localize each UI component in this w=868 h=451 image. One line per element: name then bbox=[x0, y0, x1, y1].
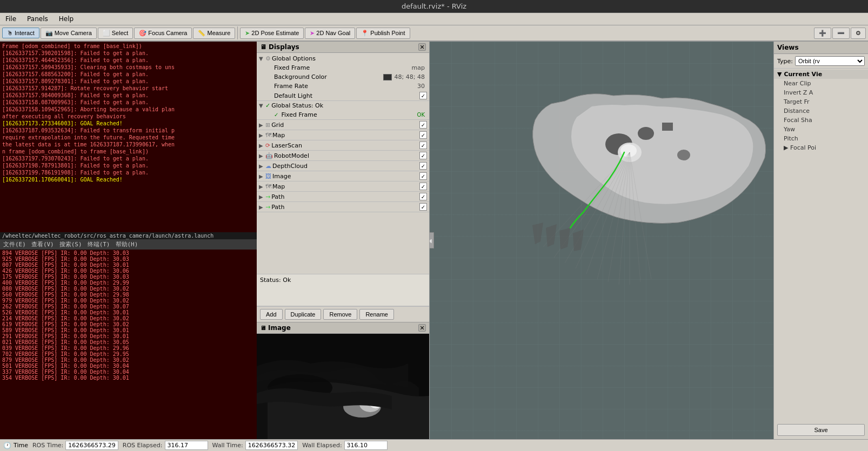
terminal-line: [1626337157.809278301]: Failed to get a … bbox=[2, 78, 255, 85]
robotmodel-checkbox[interactable]: ✓ bbox=[419, 152, 427, 159]
depthcloud-row[interactable]: ▶ ☁ DepthCloud ✓ bbox=[257, 161, 429, 171]
focus-camera-button[interactable]: 🎯 Focus Camera bbox=[134, 28, 192, 39]
views-type-select[interactable]: Orbit (rv bbox=[795, 56, 865, 66]
global-status-fixed-frame-row[interactable]: ✓ Fixed Frame OK bbox=[257, 110, 429, 119]
displays-close-button[interactable]: ✕ bbox=[418, 43, 426, 51]
3d-viewport[interactable]: ◀ bbox=[430, 42, 773, 439]
move-camera-button[interactable]: 📷 Move Camera bbox=[41, 28, 97, 39]
terminal-menu-terminal[interactable]: 终端(T) bbox=[88, 240, 110, 248]
path2-section: ▶ → Path ✓ bbox=[257, 202, 429, 212]
terminal-goal-line: [1626337201.170660041]: GOAL Reached! bbox=[2, 176, 255, 183]
displays-panel: 🖥 Displays ✕ ▼ ⚙ Global Options bbox=[257, 42, 430, 439]
map1-checkbox[interactable]: ✓ bbox=[419, 131, 427, 139]
status-bar: 🕐 Time ROS Time: 1626366573.29 ROS Elaps… bbox=[0, 439, 868, 451]
map2-row[interactable]: ▶ 🗺 Map ✓ bbox=[257, 181, 429, 191]
grid-row[interactable]: ▶ ⊞ Grid ✓ bbox=[257, 120, 429, 130]
wall-time-section: Wall Time: 1626366573.32 bbox=[212, 441, 298, 450]
menu-bar: File Panels Help bbox=[0, 13, 868, 25]
terminal-line: [1626337158.087009963]: Failed to get a … bbox=[2, 99, 255, 106]
laserscan-row[interactable]: ▶ ⟳ LaserScan ✓ bbox=[257, 140, 429, 150]
default-light-row[interactable]: Default Light ✓ bbox=[257, 91, 429, 100]
terminal-menu-help[interactable]: 帮助(H) bbox=[116, 240, 138, 248]
collapse-left-button[interactable]: ◀ bbox=[430, 232, 434, 248]
depthcloud-label: DepthCloud bbox=[272, 163, 418, 170]
global-options-section: ▼ ⚙ Global Options Fixed Frame map Backg… bbox=[257, 54, 429, 101]
map2-checkbox[interactable]: ✓ bbox=[419, 183, 427, 190]
terminal-menu-view[interactable]: 查看(V) bbox=[31, 240, 54, 248]
toolbar-minus-button[interactable]: ➖ bbox=[832, 28, 850, 39]
add-display-button[interactable]: Add bbox=[260, 309, 283, 320]
near-clip-row: Near Clip bbox=[774, 79, 868, 88]
robotmodel-row[interactable]: ▶ 🤖 RobotModel ✓ bbox=[257, 151, 429, 160]
grid-expand[interactable]: ▶ bbox=[259, 122, 264, 128]
main-area: Frame [odom_combined] to frame [base_lin… bbox=[0, 42, 868, 439]
menu-file[interactable]: File bbox=[2, 14, 19, 24]
fixed-frame-row[interactable]: Fixed Frame map bbox=[257, 63, 429, 72]
path2-icon: → bbox=[265, 204, 270, 211]
verbose-line: 894 VERBOSE [FPS] IR: 0.00 Depth: 30.03 bbox=[2, 250, 255, 256]
rename-display-button[interactable]: Rename bbox=[359, 309, 394, 320]
views-title: Views bbox=[774, 42, 868, 54]
image-expand[interactable]: ▶ bbox=[259, 173, 264, 179]
duplicate-display-button[interactable]: Duplicate bbox=[285, 309, 322, 320]
robotmodel-expand[interactable]: ▶ bbox=[259, 153, 264, 159]
terminal-line: [1626337197.793070243]: Failed to get a … bbox=[2, 155, 255, 162]
views-spacer bbox=[774, 153, 868, 421]
toolbar: 🖱 Interact 📷 Move Camera ⬜ Select 🎯 Focu… bbox=[0, 25, 868, 42]
path2-checkbox[interactable]: ✓ bbox=[419, 203, 427, 211]
map1-expand[interactable]: ▶ bbox=[259, 132, 264, 138]
frame-rate-row[interactable]: Frame Rate 30 bbox=[257, 82, 429, 91]
image-row[interactable]: ▶ 🖼 Image ✓ bbox=[257, 171, 429, 181]
terminal-menu-file[interactable]: 文件(E) bbox=[3, 240, 26, 248]
background-color-row[interactable]: Background Color 48; 48; 48 bbox=[257, 72, 429, 82]
map2-expand[interactable]: ▶ bbox=[259, 184, 264, 190]
verbose-line: 175 VERBOSE [FPS] IR: 0.00 Depth: 30.03 bbox=[2, 274, 255, 280]
verbose-line: 039 VERBOSE [FPS] IR: 0.00 Depth: 29.96 bbox=[2, 345, 255, 351]
menu-help[interactable]: Help bbox=[56, 14, 77, 24]
menu-panels[interactable]: Panels bbox=[24, 14, 51, 24]
depthcloud-checkbox[interactable]: ✓ bbox=[419, 162, 427, 170]
views-save-button[interactable]: Save bbox=[777, 424, 865, 436]
laserscan-expand[interactable]: ▶ bbox=[259, 143, 264, 149]
terminal-line: [1626337157.688563200]: Failed to get a … bbox=[2, 71, 255, 78]
terminal-menu-search[interactable]: 搜索(S) bbox=[59, 240, 82, 248]
focus-icon: 🎯 bbox=[139, 30, 146, 37]
toolbar-settings-button[interactable]: ⚙ bbox=[851, 28, 866, 39]
default-light-checkbox[interactable]: ✓ bbox=[419, 92, 427, 99]
displays-title: 🖥 Displays ✕ bbox=[257, 42, 429, 53]
terminal-line: [1626337157.509435933]: Clearing both co… bbox=[2, 64, 255, 71]
svg-point-9 bbox=[677, 150, 690, 160]
ros-elapsed-section: ROS Elapsed: 316.17 bbox=[123, 441, 208, 450]
interact-button[interactable]: 🖱 Interact bbox=[2, 28, 39, 38]
2d-pose-estimate-button[interactable]: ➤ 2D Pose Estimate bbox=[240, 28, 304, 39]
laserscan-checkbox[interactable]: ✓ bbox=[419, 142, 427, 149]
path1-row[interactable]: ▶ → Path ✓ bbox=[257, 192, 429, 201]
grid-checkbox[interactable]: ✓ bbox=[419, 121, 427, 129]
terminal-line: [1626337157.984009368]: Failed to get a … bbox=[2, 92, 255, 99]
global-status-row[interactable]: ▼ ✓ Global Status: Ok bbox=[257, 101, 429, 110]
path2-label: Path bbox=[271, 204, 418, 211]
global-status-expand[interactable]: ▼ bbox=[259, 103, 264, 109]
path1-expand[interactable]: ▶ bbox=[259, 194, 264, 200]
global-options-row[interactable]: ▼ ⚙ Global Options bbox=[257, 54, 429, 63]
select-button[interactable]: ⬜ Select bbox=[98, 28, 133, 39]
measure-button[interactable]: 📏 Measure bbox=[193, 28, 235, 39]
toolbar-plus-button[interactable]: ➕ bbox=[814, 28, 831, 39]
remove-display-button[interactable]: Remove bbox=[323, 309, 357, 320]
publish-point-button[interactable]: 📍 Publish Point bbox=[356, 28, 410, 39]
map1-row[interactable]: ▶ 🗺 Map ✓ bbox=[257, 130, 429, 140]
pitch-row: Pitch bbox=[774, 134, 868, 143]
depthcloud-expand[interactable]: ▶ bbox=[259, 163, 264, 169]
terminal-line: [1626337157.390201598]: Failed to get a … bbox=[2, 50, 255, 57]
path1-checkbox[interactable]: ✓ bbox=[419, 193, 427, 200]
path2-expand[interactable]: ▶ bbox=[259, 204, 264, 210]
verbose-line: 979 VERBOSE [FPS] IR: 0.00 Depth: 30.02 bbox=[2, 298, 255, 304]
image-panel-close-button[interactable]: ✕ bbox=[418, 324, 426, 332]
2d-nav-goal-button[interactable]: ➤ 2D Nav Goal bbox=[305, 28, 355, 39]
depth-icon: ☁ bbox=[265, 163, 271, 170]
path2-row[interactable]: ▶ → Path ✓ bbox=[257, 202, 429, 212]
image-checkbox[interactable]: ✓ bbox=[419, 172, 427, 180]
color-swatch bbox=[383, 74, 392, 80]
global-options-expand[interactable]: ▼ bbox=[259, 56, 264, 62]
distance-label: Distance bbox=[784, 107, 865, 115]
